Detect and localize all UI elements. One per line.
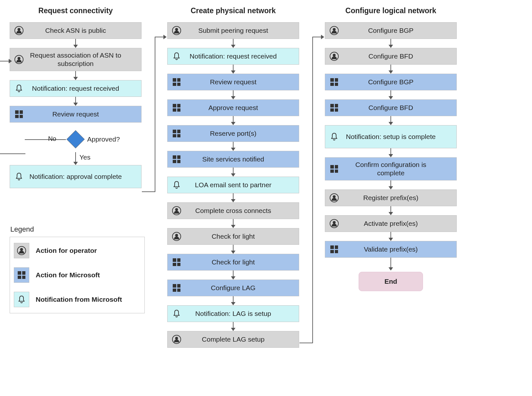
flow-step: Configure BFD — [325, 99, 457, 116]
microsoft-squares-icon — [330, 104, 338, 112]
step-icon — [325, 219, 343, 228]
flow-step: Notification: approval complete — [10, 165, 142, 188]
step-icon — [168, 130, 186, 137]
person-icon — [330, 52, 339, 61]
person-icon — [14, 26, 23, 35]
end-terminator: End — [359, 272, 423, 291]
column-title: Request connectivity — [38, 6, 113, 15]
step-label: Validate prefix(es) — [343, 245, 456, 253]
flow-step: Configure LAG — [167, 280, 299, 296]
arrow-down — [167, 271, 299, 280]
flow-step: Configure BGP — [325, 74, 457, 90]
column-create-physical-network: Create physical network Submit peering r… — [167, 6, 299, 348]
flow-step: Review request — [10, 106, 142, 123]
step-label: Notification: request received — [186, 52, 299, 60]
legend-swatch — [14, 243, 29, 258]
bell-icon — [15, 172, 23, 181]
step-icon — [168, 104, 186, 112]
step-icon — [168, 232, 186, 241]
flow-step: Check ASN is public — [10, 22, 142, 39]
legend: Legend Action for operatorAction for Mic… — [10, 225, 145, 313]
flow-step: Check for light — [167, 254, 299, 271]
arrow-down — [167, 65, 299, 74]
step-label: Notification: setup is complete — [343, 133, 456, 141]
arrow-down — [325, 65, 457, 74]
microsoft-squares-icon — [18, 271, 25, 279]
legend-label: Action for Microsoft — [36, 271, 100, 279]
column-request-connectivity: Request connectivity Check ASN is public… — [10, 6, 142, 188]
arrow-down — [325, 180, 457, 189]
flow-step: Configure BGP — [325, 22, 457, 39]
arrow-down — [325, 39, 457, 48]
microsoft-squares-icon — [173, 284, 180, 292]
step-icon — [325, 78, 343, 86]
arrow-down — [167, 39, 299, 48]
decision-yes-label: Yes — [79, 153, 90, 161]
legend-row: Action for Microsoft — [14, 267, 141, 283]
step-label: Configure BGP — [343, 78, 456, 86]
step-icon — [10, 110, 28, 118]
step-label: Request association of ASN to subscripti… — [28, 51, 141, 68]
step-icon — [10, 26, 28, 35]
step-label: Configure BFD — [343, 104, 456, 112]
step-label: Check for light — [186, 258, 299, 266]
step-icon — [168, 309, 186, 318]
microsoft-squares-icon — [173, 78, 180, 86]
flow-step: Register prefix(es) — [325, 189, 457, 206]
flow-step: Check for light — [167, 228, 299, 245]
microsoft-squares-icon — [15, 110, 23, 118]
step-label: Configure BGP — [343, 26, 456, 35]
flow-step: Confirm configuration is complete — [325, 157, 457, 180]
step-icon — [168, 180, 186, 189]
arrow-down — [325, 90, 457, 99]
step-label: Activate prefix(es) — [343, 219, 456, 228]
step-label: Notification: request received — [28, 84, 141, 93]
step-label: Register prefix(es) — [343, 194, 456, 202]
step-label: Check ASN is public — [28, 26, 141, 35]
step-icon — [168, 284, 186, 292]
microsoft-squares-icon — [173, 258, 180, 266]
arrow-down — [167, 322, 299, 331]
step-icon — [168, 335, 186, 344]
step-icon — [325, 26, 343, 35]
bell-icon — [15, 84, 23, 93]
column-title: Configure logical network — [345, 6, 436, 15]
flow-step: Complete cross connects — [167, 202, 299, 219]
column-steps: Configure BGPConfigure BFDConfigure BGPC… — [325, 22, 457, 258]
flow-step: Notification: LAG is setup — [167, 305, 299, 322]
step-label: Notification: approval complete — [28, 172, 141, 181]
arrow-down — [325, 148, 457, 157]
bell-icon — [173, 52, 180, 61]
legend-row: Action for operator — [14, 243, 141, 258]
arrow-down — [10, 97, 142, 106]
arrow-down: Yes — [10, 152, 142, 165]
step-label: Configure BFD — [343, 52, 456, 60]
flow-step: Notification: request received — [167, 48, 299, 65]
person-icon — [330, 219, 339, 228]
person-icon — [330, 26, 339, 35]
loopback-line — [0, 61, 10, 61]
person-icon — [14, 55, 23, 64]
legend-box: Action for operatorAction for MicrosoftN… — [10, 237, 145, 313]
step-icon — [168, 26, 186, 35]
step-icon — [325, 52, 343, 61]
person-icon — [172, 206, 181, 215]
arrow-down — [167, 296, 299, 305]
step-label: Check for light — [186, 232, 299, 241]
column-steps: Notification: approval complete — [10, 165, 142, 188]
microsoft-squares-icon — [173, 130, 180, 137]
step-label: Complete cross connects — [186, 207, 299, 215]
step-icon — [325, 193, 343, 202]
arrow-down — [167, 219, 299, 228]
microsoft-squares-icon — [330, 165, 338, 173]
step-label: Approve request — [186, 104, 299, 112]
column-title: Create physical network — [191, 6, 276, 15]
decision-approved: No Approved? — [10, 126, 142, 152]
step-label: Notification: LAG is setup — [186, 309, 299, 318]
arrow-down — [167, 168, 299, 177]
bell-icon — [173, 180, 180, 189]
microsoft-squares-icon — [330, 245, 338, 253]
flow-step: LOA email sent to partner — [167, 177, 299, 193]
legend-row: Notification from Microsoft — [14, 292, 141, 307]
flow-step: Validate prefix(es) — [325, 241, 457, 258]
